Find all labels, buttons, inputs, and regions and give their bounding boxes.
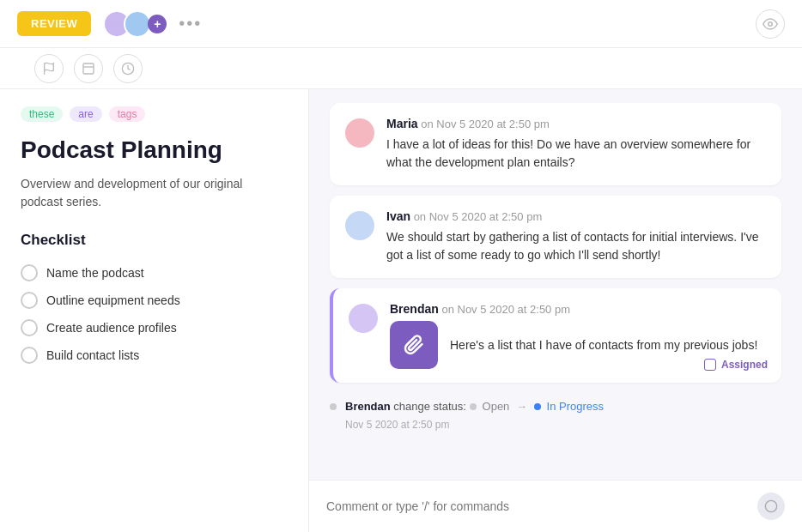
checklist-label-2: Outline equipment needs [46,293,180,307]
comment-header-brendan: Brendan on Nov 5 2020 at 2:50 pm [390,302,766,316]
assigned-badge: Assigned [704,359,768,371]
checklist: Name the podcast Outline equipment needs… [21,259,288,369]
send-icon [764,499,778,513]
svg-rect-2 [83,63,94,74]
avatar-brendan [349,304,378,333]
avatar-ivan [345,211,374,240]
comment-header-maria: Maria on Nov 5 2020 at 2:50 pm [386,117,766,130]
checklist-title: Checklist [21,232,288,249]
task-toolbar [0,48,802,89]
comment-text-ivan: We should start by gathering a list of c… [386,228,766,264]
eye-icon [763,16,778,32]
tags-row: these are tags [21,106,288,122]
checklist-label-4: Build contact lists [46,348,139,362]
task-icons [34,54,143,83]
assigned-checkbox[interactable] [704,359,716,371]
comment-author-brendan: Brendan [390,302,439,316]
paperclip-icon [404,335,424,355]
more-options-button[interactable]: ••• [179,14,202,33]
comment-brendan: Brendan on Nov 5 2020 at 2:50 pm Here's … [330,288,781,383]
status-dot-open [330,403,337,410]
status-to: In Progress [534,398,604,415]
comment-header-ivan: Ivan on Nov 5 2020 at 2:50 pm [386,209,766,223]
avatar-maria [345,118,374,148]
status-arrow: → [516,400,527,413]
add-member-button[interactable]: + [148,15,167,33]
flag-icon [42,62,56,76]
comment-timestamp-ivan: on Nov 5 2020 at 2:50 pm [414,210,543,223]
status-change-author: Brendan [345,400,391,413]
comment-text-maria: I have a lot of ideas for this! Do we ha… [386,136,766,172]
assigned-label: Assigned [721,359,768,371]
check-circle-4[interactable] [21,347,38,364]
main-layout: these are tags Podcast Planning Overview… [0,89,802,532]
status-change: Brendan change status: Open → In Progres… [330,393,781,438]
clock-icon [121,62,135,76]
svg-point-5 [765,500,776,511]
card-button[interactable] [74,54,103,83]
avatar-group: + [103,10,167,38]
checklist-item-2[interactable]: Outline equipment needs [21,287,288,314]
comment-timestamp-maria: on Nov 5 2020 at 2:50 pm [421,118,550,130]
page-title: Podcast Planning [21,136,288,165]
comment-input[interactable] [326,499,749,513]
tag-tags[interactable]: tags [109,106,146,122]
check-circle-2[interactable] [21,292,38,309]
card-icon [82,62,95,76]
send-button[interactable] [757,493,785,520]
attachment-text: Here's a list that I have of contacts fr… [450,336,757,354]
status-change-content: Brendan change status: Open → In Progres… [345,398,604,432]
comment-content-maria: Maria on Nov 5 2020 at 2:50 pm I have a … [386,117,766,172]
left-panel: these are tags Podcast Planning Overview… [0,89,309,532]
tag-are[interactable]: are [70,106,101,122]
comment-maria: Maria on Nov 5 2020 at 2:50 pm I have a … [330,103,781,185]
comment-author-ivan: Ivan [386,209,410,223]
top-bar-left: REVIEW + ••• [17,10,202,38]
status-timestamp: Nov 5 2020 at 2:50 pm [345,417,604,432]
checklist-label-1: Name the podcast [46,266,144,280]
review-button[interactable]: REVIEW [17,11,91,36]
comment-author-maria: Maria [386,117,418,130]
check-circle-1[interactable] [21,264,38,281]
top-bar: REVIEW + ••• [0,0,802,48]
check-circle-3[interactable] [21,319,38,336]
top-bar-right [756,9,785,39]
status-from: Open [470,398,510,415]
svg-point-0 [769,21,773,26]
checklist-item-4[interactable]: Build contact lists [21,342,288,369]
flag-button[interactable] [34,54,64,83]
comment-timestamp-brendan: on Nov 5 2020 at 2:50 pm [441,303,570,316]
checklist-label-3: Create audience profiles [46,321,177,335]
clock-button[interactable] [113,54,143,83]
checklist-item-1[interactable]: Name the podcast [21,259,288,287]
watch-button[interactable] [756,9,785,39]
comments-area: Maria on Nov 5 2020 at 2:50 pm I have a … [309,89,802,480]
right-panel: Maria on Nov 5 2020 at 2:50 pm I have a … [309,89,802,532]
attachment-icon[interactable] [390,321,438,369]
comment-content-ivan: Ivan on Nov 5 2020 at 2:50 pm We should … [386,209,766,264]
comment-ivan: Ivan on Nov 5 2020 at 2:50 pm We should … [330,196,781,278]
checklist-item-3[interactable]: Create audience profiles [21,314,288,342]
page-description: Overview and development of our original… [21,175,288,211]
comment-input-bar [309,480,802,532]
tag-these[interactable]: these [21,106,63,122]
